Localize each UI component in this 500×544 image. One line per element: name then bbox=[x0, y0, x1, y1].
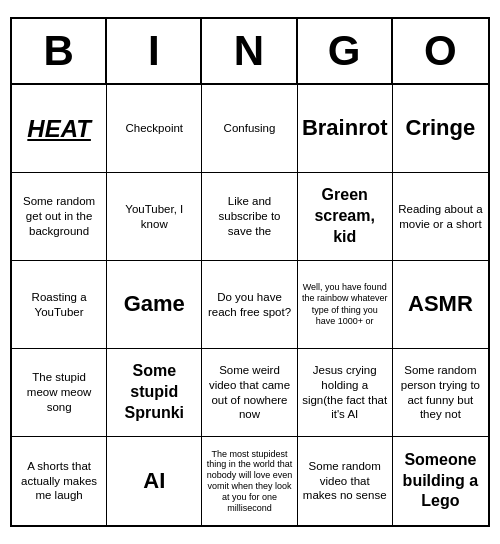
bingo-card: BINGO HEATCheckpointConfusingBrainrotCri… bbox=[10, 17, 490, 527]
bingo-cell-14: ASMR bbox=[393, 261, 488, 349]
bingo-cell-17: Some weird video that came out of nowher… bbox=[202, 349, 297, 437]
cell-text-10: Roasting a YouTuber bbox=[16, 290, 102, 320]
bingo-letter-i: I bbox=[107, 19, 202, 83]
cell-text-12: Do you have reach free spot? bbox=[206, 290, 292, 320]
cell-text-1: Checkpoint bbox=[126, 121, 184, 136]
cell-text-14: ASMR bbox=[408, 290, 473, 319]
cell-text-2: Confusing bbox=[224, 121, 276, 136]
cell-text-21: AI bbox=[143, 467, 165, 496]
cell-text-11: Game bbox=[124, 290, 185, 319]
bingo-cell-19: Some random person trying to act funny b… bbox=[393, 349, 488, 437]
cell-text-17: Some weird video that came out of nowher… bbox=[206, 363, 292, 423]
bingo-cell-23: Some random video that makes no sense bbox=[298, 437, 393, 525]
bingo-cell-9: Reading about a movie or a short bbox=[393, 173, 488, 261]
bingo-cell-12: Do you have reach free spot? bbox=[202, 261, 297, 349]
cell-text-3: Brainrot bbox=[302, 114, 388, 143]
bingo-cell-24: Someone building a Lego bbox=[393, 437, 488, 525]
cell-text-15: The stupid meow meow song bbox=[16, 370, 102, 415]
bingo-header: BINGO bbox=[12, 19, 488, 85]
cell-text-6: YouTuber, I know bbox=[111, 202, 197, 232]
cell-text-9: Reading about a movie or a short bbox=[397, 202, 484, 232]
bingo-cell-10: Roasting a YouTuber bbox=[12, 261, 107, 349]
bingo-letter-b: B bbox=[12, 19, 107, 83]
bingo-letter-g: G bbox=[298, 19, 393, 83]
bingo-cell-11: Game bbox=[107, 261, 202, 349]
bingo-cell-16: Some stupid Sprunki bbox=[107, 349, 202, 437]
bingo-cell-8: Green scream, kid bbox=[298, 173, 393, 261]
cell-text-23: Some random video that makes no sense bbox=[302, 459, 388, 504]
cell-text-13: Well, you have found the rainbow whateve… bbox=[302, 282, 388, 327]
cell-text-16: Some stupid Sprunki bbox=[111, 361, 197, 423]
bingo-letter-n: N bbox=[202, 19, 297, 83]
bingo-cell-2: Confusing bbox=[202, 85, 297, 173]
bingo-cell-5: Some random get out in the background bbox=[12, 173, 107, 261]
bingo-cell-13: Well, you have found the rainbow whateve… bbox=[298, 261, 393, 349]
bingo-cell-3: Brainrot bbox=[298, 85, 393, 173]
cell-text-7: Like and subscribe to save the bbox=[206, 194, 292, 239]
bingo-cell-1: Checkpoint bbox=[107, 85, 202, 173]
bingo-cell-20: A shorts that actually makes me laugh bbox=[12, 437, 107, 525]
cell-text-20: A shorts that actually makes me laugh bbox=[16, 459, 102, 504]
bingo-cell-4: Cringe bbox=[393, 85, 488, 173]
cell-text-19: Some random person trying to act funny b… bbox=[397, 363, 484, 423]
bingo-grid: HEATCheckpointConfusingBrainrotCringeSom… bbox=[12, 85, 488, 525]
cell-text-22: The most stupidest thing in the world th… bbox=[206, 449, 292, 514]
bingo-cell-7: Like and subscribe to save the bbox=[202, 173, 297, 261]
bingo-cell-0: HEAT bbox=[12, 85, 107, 173]
bingo-cell-6: YouTuber, I know bbox=[107, 173, 202, 261]
cell-text-24: Someone building a Lego bbox=[397, 450, 484, 512]
bingo-cell-21: AI bbox=[107, 437, 202, 525]
bingo-cell-15: The stupid meow meow song bbox=[12, 349, 107, 437]
bingo-cell-18: Jesus crying holding a sign(the fact tha… bbox=[298, 349, 393, 437]
cell-text-0: HEAT bbox=[27, 113, 91, 144]
cell-text-8: Green scream, kid bbox=[302, 185, 388, 247]
cell-text-5: Some random get out in the background bbox=[16, 194, 102, 239]
cell-text-18: Jesus crying holding a sign(the fact tha… bbox=[302, 363, 388, 423]
bingo-letter-o: O bbox=[393, 19, 488, 83]
bingo-cell-22: The most stupidest thing in the world th… bbox=[202, 437, 297, 525]
cell-text-4: Cringe bbox=[406, 114, 476, 143]
